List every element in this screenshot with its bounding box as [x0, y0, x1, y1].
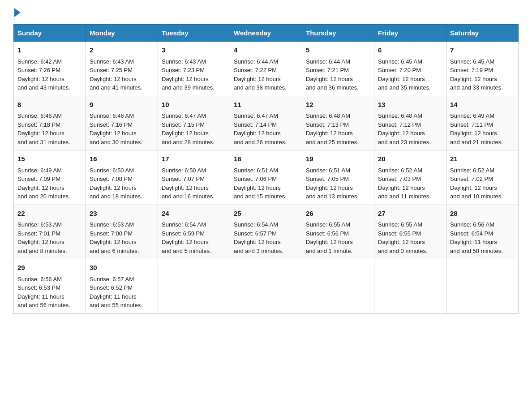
calendar-cell: 23Sunrise: 6:53 AMSunset: 7:00 PMDayligh… [86, 205, 158, 259]
logo-triangle-icon [14, 8, 21, 17]
day-number: 20 [378, 154, 442, 164]
day-info: Sunrise: 6:56 AMSunset: 6:54 PMDaylight:… [450, 220, 515, 255]
day-info: Sunrise: 6:47 AMSunset: 7:15 PMDaylight:… [162, 111, 226, 146]
calendar-week-row: 15Sunrise: 6:49 AMSunset: 7:09 PMDayligh… [14, 150, 519, 205]
calendar-cell: 15Sunrise: 6:49 AMSunset: 7:09 PMDayligh… [14, 150, 86, 205]
calendar-cell: 24Sunrise: 6:54 AMSunset: 6:59 PMDayligh… [158, 205, 230, 259]
weekday-header-wednesday: Wednesday [230, 25, 302, 42]
day-info: Sunrise: 6:43 AMSunset: 7:25 PMDaylight:… [90, 57, 154, 92]
day-number: 8 [17, 100, 82, 110]
day-info: Sunrise: 6:54 AMSunset: 6:57 PMDaylight:… [234, 220, 298, 255]
calendar-cell [374, 259, 446, 314]
day-info: Sunrise: 6:55 AMSunset: 6:55 PMDaylight:… [378, 220, 442, 255]
calendar-cell: 4Sunrise: 6:44 AMSunset: 7:22 PMDaylight… [230, 42, 302, 96]
day-info: Sunrise: 6:52 AMSunset: 7:03 PMDaylight:… [378, 166, 442, 201]
day-number: 10 [162, 100, 226, 110]
weekday-header-tuesday: Tuesday [158, 25, 230, 42]
day-number: 28 [450, 209, 515, 219]
calendar-cell [230, 259, 302, 314]
day-number: 2 [90, 45, 154, 56]
calendar-cell: 30Sunrise: 6:57 AMSunset: 6:52 PMDayligh… [86, 259, 158, 314]
day-info: Sunrise: 6:44 AMSunset: 7:22 PMDaylight:… [234, 57, 298, 92]
logo-text [13, 9, 21, 17]
weekday-header-sunday: Sunday [14, 25, 86, 42]
calendar-cell: 11Sunrise: 6:47 AMSunset: 7:14 PMDayligh… [230, 96, 302, 150]
calendar-cell: 13Sunrise: 6:48 AMSunset: 7:12 PMDayligh… [374, 96, 446, 150]
calendar-cell: 5Sunrise: 6:44 AMSunset: 7:21 PMDaylight… [302, 42, 374, 96]
day-info: Sunrise: 6:48 AMSunset: 7:13 PMDaylight:… [306, 111, 370, 146]
day-info: Sunrise: 6:42 AMSunset: 7:26 PMDaylight:… [17, 57, 82, 92]
day-info: Sunrise: 6:50 AMSunset: 7:08 PMDaylight:… [90, 166, 154, 201]
page-header [13, 9, 519, 15]
calendar-table: SundayMondayTuesdayWednesdayThursdayFrid… [13, 24, 519, 314]
calendar-cell [302, 259, 374, 314]
day-number: 1 [17, 45, 82, 56]
day-number: 30 [90, 263, 154, 273]
calendar-week-row: 22Sunrise: 6:53 AMSunset: 7:01 PMDayligh… [14, 205, 519, 259]
weekday-header-friday: Friday [374, 25, 446, 42]
calendar-cell: 10Sunrise: 6:47 AMSunset: 7:15 PMDayligh… [158, 96, 230, 150]
day-number: 13 [378, 100, 442, 110]
day-number: 14 [450, 100, 515, 110]
day-number: 29 [17, 263, 82, 273]
calendar-cell: 7Sunrise: 6:45 AMSunset: 7:19 PMDaylight… [446, 42, 519, 96]
day-number: 12 [306, 100, 370, 110]
calendar-cell: 9Sunrise: 6:46 AMSunset: 7:16 PMDaylight… [86, 96, 158, 150]
day-number: 26 [306, 209, 370, 219]
day-info: Sunrise: 6:53 AMSunset: 7:01 PMDaylight:… [17, 220, 82, 255]
day-number: 23 [90, 209, 154, 219]
day-info: Sunrise: 6:51 AMSunset: 7:05 PMDaylight:… [306, 166, 370, 201]
day-number: 16 [90, 154, 154, 164]
calendar-cell: 17Sunrise: 6:50 AMSunset: 7:07 PMDayligh… [158, 150, 230, 205]
calendar-week-row: 29Sunrise: 6:56 AMSunset: 6:53 PMDayligh… [14, 259, 519, 314]
day-info: Sunrise: 6:45 AMSunset: 7:19 PMDaylight:… [450, 57, 515, 92]
calendar-cell: 25Sunrise: 6:54 AMSunset: 6:57 PMDayligh… [230, 205, 302, 259]
day-info: Sunrise: 6:48 AMSunset: 7:12 PMDaylight:… [378, 111, 442, 146]
calendar-cell: 6Sunrise: 6:45 AMSunset: 7:20 PMDaylight… [374, 42, 446, 96]
calendar-cell: 29Sunrise: 6:56 AMSunset: 6:53 PMDayligh… [14, 259, 86, 314]
day-number: 7 [450, 45, 515, 56]
calendar-cell: 3Sunrise: 6:43 AMSunset: 7:23 PMDaylight… [158, 42, 230, 96]
calendar-cell: 18Sunrise: 6:51 AMSunset: 7:06 PMDayligh… [230, 150, 302, 205]
calendar-cell: 26Sunrise: 6:55 AMSunset: 6:56 PMDayligh… [302, 205, 374, 259]
day-number: 22 [17, 209, 82, 219]
day-info: Sunrise: 6:49 AMSunset: 7:09 PMDaylight:… [17, 166, 82, 201]
day-number: 27 [378, 209, 442, 219]
calendar-cell: 2Sunrise: 6:43 AMSunset: 7:25 PMDaylight… [86, 42, 158, 96]
day-number: 5 [306, 45, 370, 56]
calendar-cell: 14Sunrise: 6:49 AMSunset: 7:11 PMDayligh… [446, 96, 519, 150]
day-info: Sunrise: 6:57 AMSunset: 6:52 PMDaylight:… [90, 275, 154, 310]
weekday-header-row: SundayMondayTuesdayWednesdayThursdayFrid… [14, 25, 519, 42]
weekday-header-monday: Monday [86, 25, 158, 42]
day-number: 25 [234, 209, 298, 219]
day-info: Sunrise: 6:43 AMSunset: 7:23 PMDaylight:… [162, 57, 226, 92]
logo [13, 9, 21, 15]
calendar-cell: 19Sunrise: 6:51 AMSunset: 7:05 PMDayligh… [302, 150, 374, 205]
day-number: 19 [306, 154, 370, 164]
calendar-cell: 21Sunrise: 6:52 AMSunset: 7:02 PMDayligh… [446, 150, 519, 205]
weekday-header-thursday: Thursday [302, 25, 374, 42]
calendar-cell: 22Sunrise: 6:53 AMSunset: 7:01 PMDayligh… [14, 205, 86, 259]
day-info: Sunrise: 6:44 AMSunset: 7:21 PMDaylight:… [306, 57, 370, 92]
calendar-cell: 8Sunrise: 6:46 AMSunset: 7:18 PMDaylight… [14, 96, 86, 150]
weekday-header-saturday: Saturday [446, 25, 519, 42]
day-number: 18 [234, 154, 298, 164]
calendar-cell [158, 259, 230, 314]
day-number: 17 [162, 154, 226, 164]
day-number: 21 [450, 154, 515, 164]
day-info: Sunrise: 6:50 AMSunset: 7:07 PMDaylight:… [162, 166, 226, 201]
calendar-cell: 12Sunrise: 6:48 AMSunset: 7:13 PMDayligh… [302, 96, 374, 150]
calendar-cell: 1Sunrise: 6:42 AMSunset: 7:26 PMDaylight… [14, 42, 86, 96]
day-number: 24 [162, 209, 226, 219]
day-number: 3 [162, 45, 226, 56]
day-info: Sunrise: 6:52 AMSunset: 7:02 PMDaylight:… [450, 166, 515, 201]
day-number: 11 [234, 100, 298, 110]
calendar-week-row: 1Sunrise: 6:42 AMSunset: 7:26 PMDaylight… [14, 42, 519, 96]
calendar-cell: 16Sunrise: 6:50 AMSunset: 7:08 PMDayligh… [86, 150, 158, 205]
day-info: Sunrise: 6:46 AMSunset: 7:18 PMDaylight:… [17, 111, 82, 146]
day-info: Sunrise: 6:46 AMSunset: 7:16 PMDaylight:… [90, 111, 154, 146]
day-info: Sunrise: 6:56 AMSunset: 6:53 PMDaylight:… [17, 275, 82, 310]
calendar-cell: 27Sunrise: 6:55 AMSunset: 6:55 PMDayligh… [374, 205, 446, 259]
calendar-cell: 20Sunrise: 6:52 AMSunset: 7:03 PMDayligh… [374, 150, 446, 205]
day-info: Sunrise: 6:54 AMSunset: 6:59 PMDaylight:… [162, 220, 226, 255]
